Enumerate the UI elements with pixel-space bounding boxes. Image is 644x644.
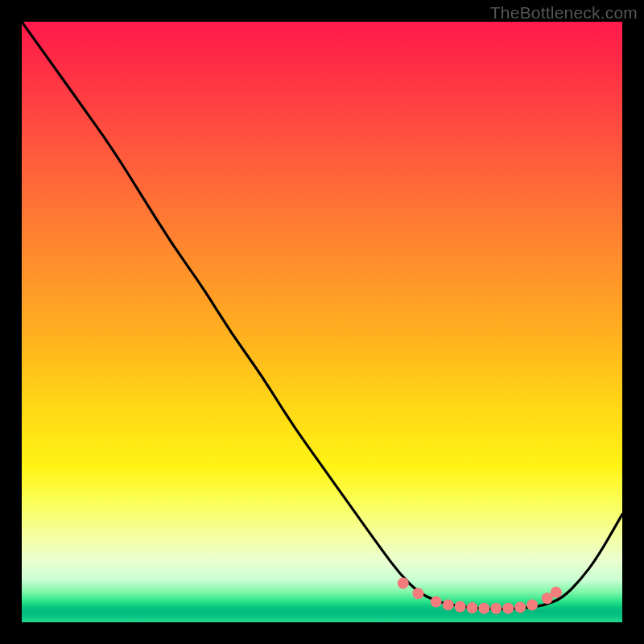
watermark-text: TheBottleneck.com (490, 3, 638, 23)
marker-group (398, 578, 562, 614)
plot-area (22, 22, 622, 622)
marker-point (431, 597, 442, 608)
marker-point (551, 587, 562, 598)
bottleneck-curve (22, 22, 622, 609)
marker-point (467, 602, 478, 613)
marker-point (502, 603, 514, 614)
curve-layer (22, 22, 622, 622)
marker-point (490, 603, 502, 614)
marker-point (443, 599, 454, 610)
marker-point (478, 603, 489, 614)
marker-point (455, 601, 466, 613)
chart-frame: TheBottleneck.com (0, 0, 644, 644)
marker-point (514, 601, 526, 613)
marker-point (542, 592, 553, 604)
marker-point (412, 588, 423, 599)
marker-point (526, 599, 538, 610)
marker-point (398, 578, 409, 589)
